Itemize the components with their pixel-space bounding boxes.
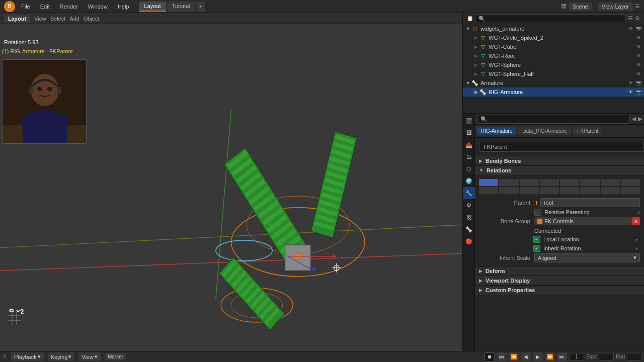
- deform-header[interactable]: ▶ Deform: [475, 266, 644, 276]
- keying-dropdown[interactable]: Keying ▾: [48, 352, 75, 361]
- visibility-btn-sphere-half[interactable]: 👁: [635, 70, 642, 77]
- custom-properties-header[interactable]: ▶ Custom Properties: [475, 285, 644, 295]
- marker-dropdown[interactable]: Marker: [105, 353, 126, 360]
- visibility-btn-rig[interactable]: 👁: [627, 88, 634, 96]
- layer-cell-12[interactable]: [560, 187, 579, 194]
- layer-cell-15[interactable]: [621, 187, 640, 194]
- layer-cell-6[interactable]: [601, 179, 620, 186]
- local-location-checkbox[interactable]: ✓: [533, 236, 540, 243]
- local-location-settings[interactable]: ▾: [635, 237, 638, 242]
- visibility-btn-cube[interactable]: 👁: [635, 43, 642, 50]
- menu-window[interactable]: Window: [84, 3, 112, 11]
- bendy-bones-header[interactable]: ▶ Bendy Bones: [475, 156, 644, 165]
- view-layer-name[interactable]: View Layer: [598, 3, 633, 11]
- outliner-search[interactable]: [475, 14, 626, 23]
- end-frame-input[interactable]: 250: [627, 353, 642, 360]
- outliner-item-wgt-root[interactable]: ▶ ▽ WGT-Root 👁: [463, 51, 644, 60]
- outliner-item-widgets-armature[interactable]: ▼ ⬡ widgets_armature 👁 📷: [463, 24, 644, 33]
- outliner-item-wgt-circle[interactable]: ▶ ▽ WGT-Circle_Spiked_2 👁: [463, 33, 644, 42]
- workspace-tutorial[interactable]: Tutorial: [167, 2, 195, 12]
- layer-cell-5[interactable]: [580, 179, 599, 186]
- outliner-item-wgt-cube[interactable]: ▶ ▽ WGT-Cube 👁: [463, 42, 644, 51]
- layer-cell-8[interactable]: [479, 187, 498, 194]
- render-props-icon[interactable]: 🖼: [463, 127, 475, 139]
- record-btn[interactable]: ⏺: [485, 352, 495, 361]
- render-btn-rig[interactable]: 📷: [635, 88, 642, 96]
- visibility-btn-widgets[interactable]: 👁: [627, 25, 634, 32]
- inherit-rotation-settings[interactable]: ▾: [635, 246, 638, 251]
- layer-cell-2[interactable]: [520, 179, 539, 186]
- layer-cell-4[interactable]: [560, 179, 579, 186]
- bone-group-remove-btn[interactable]: ✕: [632, 217, 640, 225]
- play-reverse-btn[interactable]: ◀: [521, 352, 531, 361]
- viewport-mode[interactable]: Layout: [4, 15, 30, 23]
- filter-icon[interactable]: ☰: [628, 15, 633, 22]
- visibility-btn-armature[interactable]: 👁: [627, 79, 634, 86]
- play-btn[interactable]: ▶: [533, 352, 543, 361]
- blender-logo[interactable]: B: [4, 1, 15, 12]
- layer-cell-11[interactable]: [540, 187, 559, 194]
- tab-data-rig[interactable]: Data_RIG-Armature: [518, 127, 571, 135]
- expand-arrow-armature[interactable]: ▼: [465, 80, 471, 86]
- inherit-rotation-checkbox[interactable]: ✓: [533, 245, 540, 252]
- settings-icon[interactable]: ⚙: [635, 15, 640, 22]
- visibility-btn-root[interactable]: 👁: [635, 52, 642, 59]
- expand-arrow-wgt-sphere-half[interactable]: ▶: [473, 71, 479, 77]
- parent-value[interactable]: root: [540, 198, 640, 207]
- outliner-item-armature[interactable]: ▼ 🦴 Armature 👁 📷: [463, 78, 644, 87]
- layer-cell-0[interactable]: [479, 179, 498, 186]
- scene-name[interactable]: Scene: [569, 3, 592, 11]
- data-props-icon[interactable]: 🦴: [463, 223, 475, 235]
- jump-back-btn[interactable]: ⏪: [509, 352, 519, 361]
- bone-group-value[interactable]: FK Controls: [534, 217, 632, 225]
- outliner-item-wgt-sphere[interactable]: ▶ ▽ WGT-Sphere 👁: [463, 60, 644, 69]
- workspace-add-button[interactable]: +: [196, 2, 205, 12]
- menu-render[interactable]: Render: [56, 3, 82, 11]
- view-dropdown[interactable]: View ▾: [78, 352, 101, 361]
- object-props-icon[interactable]: 🔧: [463, 187, 475, 199]
- view-layer-props-icon[interactable]: 🗂: [463, 151, 475, 163]
- menu-file[interactable]: File: [17, 3, 34, 11]
- tab-rig-armature[interactable]: RIG-Armature: [477, 127, 516, 135]
- skip-start-btn[interactable]: ⏮: [497, 352, 507, 361]
- world-props-icon[interactable]: 🌍: [463, 175, 475, 187]
- props-nav-back[interactable]: ◀: [632, 116, 636, 122]
- constraint-props-icon[interactable]: ⛓: [463, 211, 475, 223]
- viewport-display-header[interactable]: ▶ Viewport Display: [475, 276, 644, 285]
- expand-arrow-wgt-circle[interactable]: ▶: [473, 35, 479, 41]
- props-search[interactable]: [477, 115, 630, 124]
- expand-arrow-wgt-root[interactable]: ▶: [473, 53, 479, 59]
- inherit-scale-select[interactable]: Aligned ▾: [534, 253, 640, 262]
- layer-cell-9[interactable]: [499, 187, 518, 194]
- tab-fkparent[interactable]: FKParent: [573, 127, 602, 135]
- layer-cell-1[interactable]: [499, 179, 518, 186]
- viewport-menu-view[interactable]: View: [34, 16, 46, 22]
- relative-parenting-checkbox[interactable]: [534, 209, 541, 216]
- scene-props-icon[interactable]: 🎬: [463, 115, 475, 127]
- menu-edit[interactable]: Edit: [36, 3, 54, 11]
- render-btn-armature[interactable]: 📷: [635, 79, 642, 86]
- layer-cell-3[interactable]: [540, 179, 559, 186]
- visibility-btn-circle[interactable]: 👁: [635, 34, 642, 41]
- bone-name-input[interactable]: [479, 142, 644, 152]
- props-nav-forward[interactable]: ▶: [638, 116, 642, 122]
- outliner-item-wgt-sphere-half[interactable]: ▶ ▽ WGT-Sphere_Half 👁: [463, 69, 644, 78]
- expand-arrow-rig[interactable]: ▶: [473, 89, 479, 95]
- material-props-icon[interactable]: 🔴: [463, 235, 475, 247]
- outliner-item-rig-armature[interactable]: ▶ 🦴 RIG-Armature 👁 📷: [463, 87, 644, 97]
- visibility-btn-sphere[interactable]: 👁: [635, 61, 642, 68]
- filter-icon[interactable]: ☰: [635, 3, 640, 10]
- viewport-menu-object[interactable]: Object: [84, 16, 100, 22]
- relations-header[interactable]: ▼ Relations: [475, 165, 644, 175]
- render-btn-widgets[interactable]: 📷: [635, 25, 642, 32]
- viewport-3d[interactable]: Layout View Select Add Object: [0, 13, 463, 351]
- viewport-menu-select[interactable]: Select: [50, 16, 66, 22]
- skip-end-btn[interactable]: ⏭: [557, 352, 567, 361]
- scene-settings-icon[interactable]: ⬡: [463, 163, 475, 175]
- current-frame-input[interactable]: 1: [569, 353, 584, 360]
- viewport-menu-add[interactable]: Add: [69, 16, 79, 22]
- layer-cell-13[interactable]: [580, 187, 599, 194]
- jump-forward-btn[interactable]: ⏩: [545, 352, 555, 361]
- layer-cell-10[interactable]: [520, 187, 539, 194]
- menu-help[interactable]: Help: [114, 3, 133, 11]
